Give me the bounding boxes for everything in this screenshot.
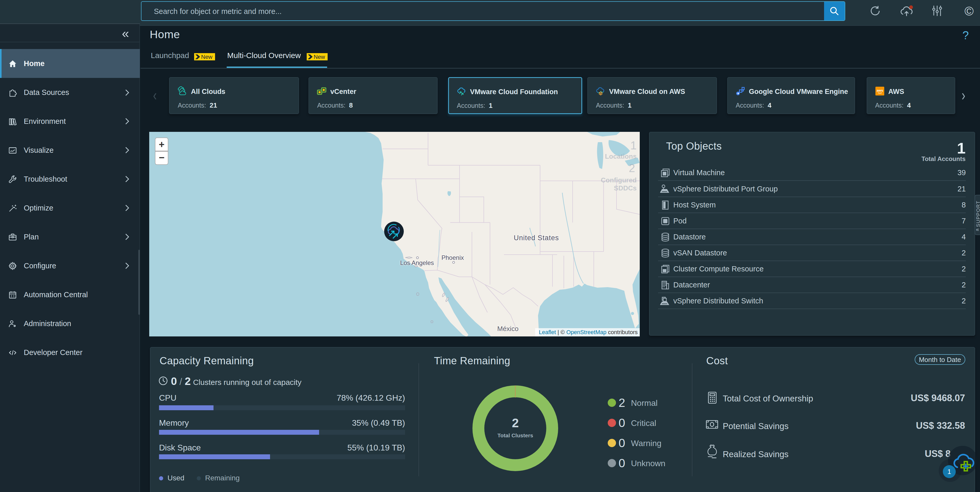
svg-text:aws: aws — [877, 89, 883, 92]
